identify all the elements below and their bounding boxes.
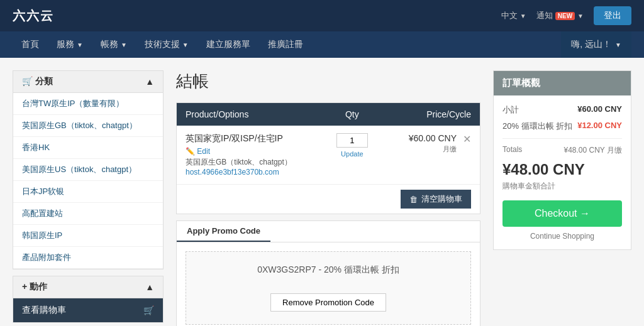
collapse-icon[interactable]: ▲ [145,282,154,292]
view-cart-button[interactable]: 查看購物車 🛒 [13,298,163,322]
chevron-down-icon: ▼ [520,13,526,19]
discount-label: 20% 循環出帳 折扣 [502,121,572,132]
sidebar-item-hongkong[interactable]: 香港HK [13,137,163,159]
sidebar-item-uk[interactable]: 英国原生GB（tiktok、chatgpt） [13,115,163,137]
promo-code-text: 0XW3GS2RP7 - 20% 循環出帳 折扣 [195,264,462,276]
cart-icon: 🛒 [143,305,154,315]
product-host: host.4966e3bf13e370b.com [186,168,328,177]
nav-item-referral[interactable]: 推廣註冊 [259,31,312,58]
action-section: + 動作 ▲ 查看購物車 🛒 [13,276,164,323]
clear-cart-button[interactable]: 🗑 清空購物車 [401,190,471,209]
nav-item-billing[interactable]: 帳務 ▼ [92,31,136,58]
price-amount: ¥60.00 CNY [409,133,457,143]
continue-shopping-link[interactable]: Continue Shopping [502,232,622,241]
remove-item-button[interactable]: ✕ [463,133,471,145]
sidebar: 🛒 分類 ▲ 台灣TW原生IP（數量有限） 英国原生GB（tiktok、chat… [13,70,164,326]
cart-table-header: Product/Options Qty Price/Cycle [177,103,480,126]
promo-section: Apply Promo Code 0XW3GS2RP7 - 20% 循環出帳 折… [176,220,480,326]
notification-button[interactable]: 通知 NEW ▼ [536,10,584,21]
summary-body: 小計 ¥60.00 CNY 20% 循環出帳 折扣 ¥12.00 CNY Tot… [494,95,631,249]
total-label: 購物車金額合計 [502,181,622,192]
chevron-down-icon: ▼ [577,13,584,19]
chevron-down-icon: ▼ [77,41,83,48]
promo-code-display: 0XW3GS2RP7 - 20% 循環出帳 折扣 Remove Promotio… [186,251,471,325]
new-badge: NEW [555,12,575,20]
big-total: ¥48.00 CNY [502,161,622,178]
subtotal-label: 小計 [502,104,519,116]
action-header: + 動作 ▲ [13,276,163,298]
table-row: 英国家宽IP/双ISP/住宅IP ✏️ Edit 英国原生GB（tiktok、c… [177,126,480,185]
totals-label: Totals [502,145,522,156]
sidebar-item-japan[interactable]: 日本JP软银 [13,181,163,203]
edit-link[interactable]: ✏️ Edit [186,147,328,156]
summary-box: 訂單概觀 小計 ¥60.00 CNY 20% 循環出帳 折扣 ¥12.00 CN… [493,70,631,250]
top-right-controls: 中文 ▼ 通知 NEW ▼ 登出 [501,6,631,25]
product-info: 英国家宽IP/双ISP/住宅IP ✏️ Edit 英国原生GB（tiktok、c… [186,133,328,177]
nav-item-home[interactable]: 首頁 [13,31,48,58]
logo: 六六云 [13,8,54,24]
totals-value: ¥48.00 CNY 月缴 [564,145,623,156]
chevron-down-icon: ▼ [182,41,189,48]
sidebar-item-taiwan[interactable]: 台灣TW原生IP（數量有限） [13,93,163,115]
sidebar-item-us[interactable]: 美国原生US（tiktok、chatgpt） [13,159,163,181]
divider [502,138,622,139]
subtotal-value: ¥60.00 CNY [577,104,622,116]
checkout-button[interactable]: Checkout → [502,200,622,227]
sidebar-item-highconfig[interactable]: 高配置建站 [13,203,163,225]
main-layout: 🛒 分類 ▲ 台灣TW原生IP（數量有限） 英国原生GB（tiktok、chat… [0,58,644,326]
header-price: Price/Cycle [376,109,471,119]
remove-promo-button[interactable]: Remove Promotion Code [270,293,386,312]
price-cycle: 月缴 [409,144,457,154]
summary-header: 訂單概觀 [494,71,631,95]
chevron-down-icon: ▼ [615,41,621,48]
cart-actions: 🗑 清空購物車 [177,185,480,214]
category-header: 🛒 分類 ▲ [13,71,163,93]
nav-item-create-order[interactable]: 建立服務單 [197,31,259,58]
promo-tab[interactable]: Apply Promo Code [177,221,270,242]
price-column: ¥60.00 CNY 月缴 ✕ [376,133,471,154]
product-name: 英国家宽IP/双ISP/住宅IP [186,133,328,144]
product-subtitle: 英国原生GB（tiktok、chatgpt） [186,157,328,168]
category-section: 🛒 分類 ▲ 台灣TW原生IP（數量有限） 英国原生GB（tiktok、chat… [13,70,164,269]
user-greeting[interactable]: 嗨, 远山！ ▼ [561,31,631,58]
navigation-bar: 首頁 服務 ▼ 帳務 ▼ 技術支援 ▼ 建立服務單 推廣註冊 嗨, 远山！ ▼ [0,31,644,58]
discount-value: ¥12.00 CNY [577,121,622,132]
content-area: 結帳 Product/Options Qty Price/Cycle 英国家宽I… [176,70,480,326]
quantity-input[interactable] [336,133,368,148]
sidebar-item-addons[interactable]: 產品附加套件 [13,247,163,269]
trash-icon: 🗑 [409,195,418,204]
header-product: Product/Options [186,109,328,119]
header-qty: Qty [328,109,376,119]
promo-tab-header: Apply Promo Code [177,221,480,242]
subtotal-row: 小計 ¥60.00 CNY [502,104,622,116]
nav-item-services[interactable]: 服務 ▼ [48,31,92,58]
language-selector[interactable]: 中文 ▼ [501,10,526,21]
cart-table: Product/Options Qty Price/Cycle 英国家宽IP/双… [176,102,480,214]
nav-item-support[interactable]: 技術支援 ▼ [136,31,197,58]
order-summary: 訂單概觀 小計 ¥60.00 CNY 20% 循環出帳 折扣 ¥12.00 CN… [493,70,631,326]
quantity-column: Update [328,133,376,158]
page-title: 結帳 [176,70,480,92]
sidebar-item-korea[interactable]: 韩国原生IP [13,225,163,247]
logout-button[interactable]: 登出 [594,6,631,25]
collapse-icon[interactable]: ▲ [145,77,154,87]
chevron-down-icon: ▼ [121,41,127,48]
totals-row: Totals ¥48.00 CNY 月缴 [502,145,622,156]
top-header: 六六云 中文 ▼ 通知 NEW ▼ 登出 [0,0,644,31]
update-button[interactable]: Update [341,150,363,158]
discount-row: 20% 循環出帳 折扣 ¥12.00 CNY [502,121,622,132]
